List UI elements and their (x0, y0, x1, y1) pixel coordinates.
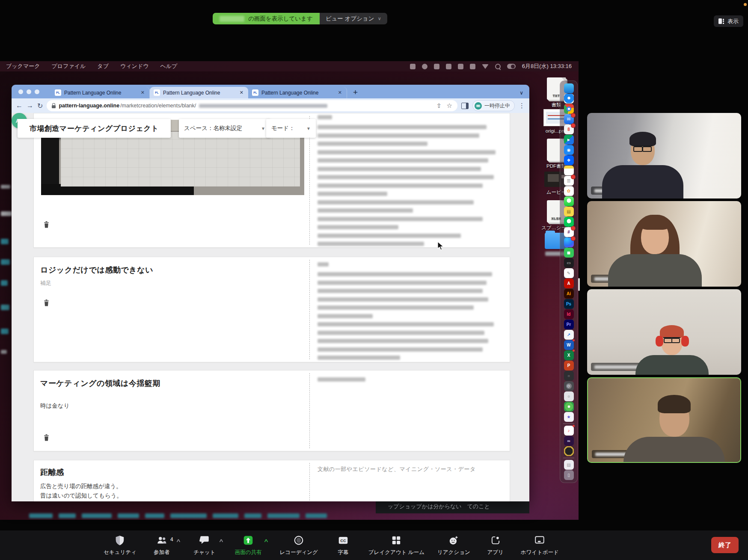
dock-icon-excel[interactable]: X (564, 350, 574, 360)
card-body-text[interactable]: 広告と売り場の距離感が違う。昔は遠いので認知してもらう。 (40, 482, 122, 501)
dock-icon-powerpoint[interactable]: P (564, 361, 574, 370)
card-placeholder[interactable]: 補足 (40, 279, 51, 287)
dock-icon-messenger[interactable] (564, 237, 574, 247)
dock-icon-calendar[interactable]: 8 (564, 124, 574, 134)
status-toggle-icon[interactable] (507, 64, 516, 69)
dock-icon-dropbox[interactable]: ❖ (564, 155, 574, 165)
status-wifi-icon[interactable] (482, 64, 489, 69)
card-left-column[interactable]: マーケティングの領域は今揺籃期時は金なり (34, 370, 309, 451)
menu-item-ウィンドウ[interactable]: ウィンドウ (120, 62, 149, 70)
delete-card-button[interactable] (42, 433, 50, 444)
project-title-card[interactable]: 市場創造マーケティングプロジェクト (18, 119, 171, 138)
toolbar-whiteboard-button[interactable]: ホワイトボード (521, 535, 559, 556)
card-title[interactable]: 距離感 (40, 467, 64, 477)
dock-icon-mail[interactable]: ✉ (564, 114, 574, 124)
dock-icon-music[interactable]: ♪ (564, 426, 574, 436)
status-app-icon[interactable] (410, 64, 416, 69)
dock-icon-illustrator[interactable]: Ai (564, 289, 574, 299)
dock-icon-messages[interactable] (564, 196, 574, 206)
dock-icon-premiere[interactable]: Pr (564, 320, 574, 329)
dock-icon-textedit[interactable]: ✎ (564, 268, 574, 278)
menu-item-ヘルプ[interactable]: ヘルプ (160, 62, 178, 70)
status-app-icon[interactable] (470, 64, 475, 69)
dock-icon-creative-cloud[interactable]: ∞ (564, 436, 574, 446)
dock-icon-spotlight-app[interactable]: ○ (564, 371, 574, 381)
card-left-column[interactable]: 距離感広告と売り場の距離感が違う。昔は遠いので認知してもらう。 (34, 460, 309, 501)
mode-selector[interactable]: モード：▼ (266, 119, 316, 138)
share-page-icon[interactable]: ⇧ (436, 102, 442, 109)
side-panel-icon[interactable] (461, 103, 469, 109)
dock-icon-curve-app[interactable]: ↗ (564, 330, 574, 340)
reload-button[interactable]: ↻ (37, 102, 43, 110)
back-button[interactable]: ← (16, 102, 23, 110)
tab-search-chevron-icon[interactable]: ∨ (519, 90, 523, 96)
new-tab-button[interactable]: + (347, 88, 364, 98)
card-right-column[interactable] (318, 113, 501, 247)
space-selector[interactable]: スペース：名称未設定▼ (179, 119, 270, 138)
video-tile-1[interactable] (587, 113, 741, 199)
browser-menu-icon[interactable]: ⋮ (519, 102, 525, 110)
dock-icon-chrome[interactable] (564, 104, 574, 114)
delete-card-button[interactable] (42, 298, 50, 309)
toolbar-captions-button[interactable]: CC字幕 (331, 535, 356, 556)
tab-close-icon[interactable]: ✕ (337, 90, 343, 95)
window-controls[interactable] (18, 89, 39, 94)
video-tile-4[interactable] (587, 377, 741, 463)
delete-card-button[interactable] (42, 220, 50, 231)
status-app-icon[interactable] (446, 64, 451, 69)
dock-icon-stickies[interactable]: ▤ (564, 207, 574, 216)
dock-icon-tv[interactable]: ▭ (564, 258, 574, 268)
dock-icon-app-store[interactable]: ★ (564, 412, 574, 422)
dock-icon-photoshop[interactable]: Ps (564, 299, 574, 309)
card-right-placeholder[interactable]: 文献の一部やエピソードなど、マイニング・ソース・データ (318, 465, 476, 473)
dock-icon-acrobat[interactable]: A (564, 279, 574, 288)
chevron-up-icon[interactable]: ∧ (175, 538, 181, 543)
tab-close-icon[interactable]: ✕ (140, 90, 145, 95)
view-options-button[interactable]: ビュー オプション ∨ (320, 13, 387, 24)
toolbar-reactions-button[interactable]: リアクション (437, 535, 470, 556)
toolbar-apps-button[interactable]: アプリ (483, 535, 508, 556)
status-search-icon[interactable] (495, 64, 501, 69)
card-right-column[interactable]: 文献の一部やエピソードなど、マイニング・ソース・データ (318, 460, 501, 501)
dock-icon-trash[interactable]: ▯ (564, 470, 574, 480)
status-ci-icon[interactable] (422, 64, 427, 69)
dock-icon-indesign[interactable]: Id (564, 309, 574, 319)
dock-icon-google-meet[interactable]: ► (564, 135, 574, 145)
browser-tab[interactable]: PLPattern Language Online✕ (51, 87, 150, 98)
display-view-button[interactable]: 表示 (714, 15, 743, 27)
toolbar-security-button[interactable]: セキュリティ (104, 535, 137, 556)
tab-close-icon[interactable]: ✕ (239, 90, 244, 95)
card-title[interactable]: ロジックだけでは感動できない (40, 265, 153, 275)
status-app-icon[interactable] (458, 64, 463, 69)
dock-icon-line[interactable] (564, 217, 574, 227)
toolbar-chat-button[interactable]: ∧チャット (192, 535, 217, 556)
dock-icon-downloads[interactable]: ▤ (564, 460, 574, 470)
dock-icon-reminders[interactable]: ☰ (564, 176, 574, 186)
menu-item-ブックマーク[interactable]: ブックマーク (6, 62, 40, 70)
dock-icon-keychain[interactable]: ○ (564, 391, 574, 401)
status-app-icon[interactable] (434, 64, 439, 69)
toolbar-breakout-rooms-button[interactable]: ブレイクアウト ルーム (368, 535, 424, 556)
video-tile-3[interactable] (587, 289, 741, 375)
dock-icon-facetime[interactable]: ◼ (564, 248, 574, 258)
card-title[interactable]: マーケティングの領域は今揺籃期 (40, 378, 160, 388)
dock-icon-safari[interactable] (564, 94, 574, 104)
bookmark-star-icon[interactable]: ☆ (447, 102, 452, 110)
card-body-text[interactable]: 時は金なり (40, 401, 69, 411)
dock-icon-word[interactable]: W (564, 340, 574, 350)
toolbar-participants-button[interactable]: 4∧参加者 (149, 535, 174, 556)
dock-icon-green-disc[interactable] (564, 402, 574, 412)
chevron-up-icon[interactable]: ∧ (263, 538, 269, 543)
forward-button[interactable]: → (27, 102, 33, 110)
dock-icon-notes[interactable] (564, 166, 574, 175)
toolbar-recording-button[interactable]: レコーディング (280, 535, 318, 556)
card-right-column[interactable] (318, 257, 501, 362)
browser-tab[interactable]: PLPattern Language Online✕ (150, 87, 248, 98)
end-meeting-button[interactable]: 終了 (711, 537, 739, 553)
card-left-column[interactable]: ロジックだけでは感動できない補足 (34, 257, 309, 362)
menu-item-プロファイル[interactable]: プロファイル (52, 62, 86, 70)
dock-icon-photos[interactable]: ✿ (564, 186, 574, 196)
card-right-column[interactable] (318, 370, 501, 451)
address-bar[interactable]: pattern-language.online /marketcreation/… (47, 100, 457, 111)
dock-icon-finder[interactable] (564, 83, 574, 93)
